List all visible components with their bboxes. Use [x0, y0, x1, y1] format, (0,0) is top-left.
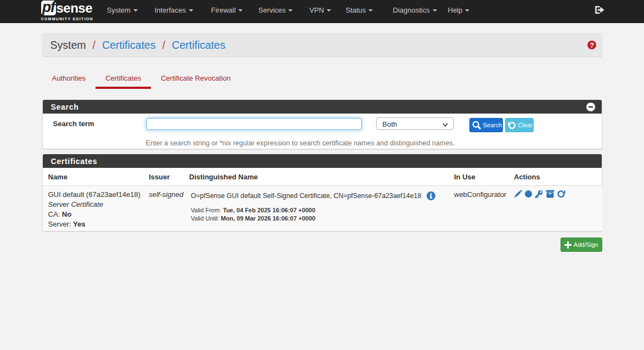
- svg-text:?: ?: [590, 42, 594, 49]
